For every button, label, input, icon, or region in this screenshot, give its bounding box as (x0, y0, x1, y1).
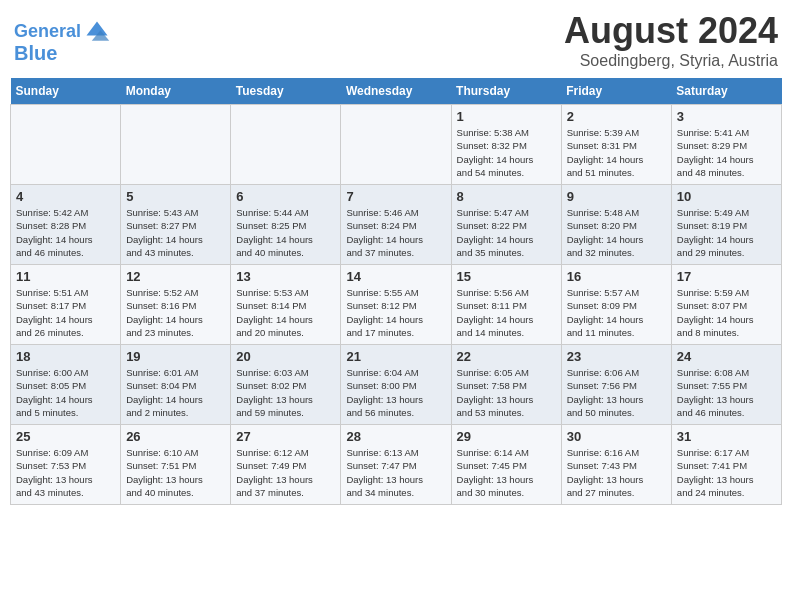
logo-blue-text: Blue (14, 42, 57, 65)
day-number: 24 (677, 349, 776, 364)
weekday-header-sunday: Sunday (11, 78, 121, 105)
day-info: Sunrise: 5:57 AMSunset: 8:09 PMDaylight:… (567, 286, 666, 339)
calendar-day-cell: 2Sunrise: 5:39 AMSunset: 8:31 PMDaylight… (561, 105, 671, 185)
day-number: 29 (457, 429, 556, 444)
calendar-day-cell (11, 105, 121, 185)
calendar-day-cell: 10Sunrise: 5:49 AMSunset: 8:19 PMDayligh… (671, 185, 781, 265)
day-number: 22 (457, 349, 556, 364)
calendar-day-cell: 17Sunrise: 5:59 AMSunset: 8:07 PMDayligh… (671, 265, 781, 345)
day-number: 28 (346, 429, 445, 444)
calendar-day-cell: 7Sunrise: 5:46 AMSunset: 8:24 PMDaylight… (341, 185, 451, 265)
day-info: Sunrise: 5:49 AMSunset: 8:19 PMDaylight:… (677, 206, 776, 259)
day-number: 21 (346, 349, 445, 364)
day-info: Sunrise: 5:44 AMSunset: 8:25 PMDaylight:… (236, 206, 335, 259)
day-number: 11 (16, 269, 115, 284)
day-number: 10 (677, 189, 776, 204)
calendar-day-cell: 6Sunrise: 5:44 AMSunset: 8:25 PMDaylight… (231, 185, 341, 265)
day-info: Sunrise: 5:38 AMSunset: 8:32 PMDaylight:… (457, 126, 556, 179)
day-number: 5 (126, 189, 225, 204)
calendar-table: SundayMondayTuesdayWednesdayThursdayFrid… (10, 78, 782, 505)
calendar-day-cell: 1Sunrise: 5:38 AMSunset: 8:32 PMDaylight… (451, 105, 561, 185)
calendar-day-cell: 8Sunrise: 5:47 AMSunset: 8:22 PMDaylight… (451, 185, 561, 265)
day-number: 13 (236, 269, 335, 284)
calendar-day-cell: 4Sunrise: 5:42 AMSunset: 8:28 PMDaylight… (11, 185, 121, 265)
day-number: 25 (16, 429, 115, 444)
weekday-header-row: SundayMondayTuesdayWednesdayThursdayFrid… (11, 78, 782, 105)
calendar-day-cell: 5Sunrise: 5:43 AMSunset: 8:27 PMDaylight… (121, 185, 231, 265)
calendar-day-cell: 12Sunrise: 5:52 AMSunset: 8:16 PMDayligh… (121, 265, 231, 345)
calendar-day-cell: 18Sunrise: 6:00 AMSunset: 8:05 PMDayligh… (11, 345, 121, 425)
calendar-day-cell: 19Sunrise: 6:01 AMSunset: 8:04 PMDayligh… (121, 345, 231, 425)
day-info: Sunrise: 5:53 AMSunset: 8:14 PMDaylight:… (236, 286, 335, 339)
day-info: Sunrise: 5:43 AMSunset: 8:27 PMDaylight:… (126, 206, 225, 259)
day-number: 8 (457, 189, 556, 204)
calendar-week-row: 11Sunrise: 5:51 AMSunset: 8:17 PMDayligh… (11, 265, 782, 345)
day-number: 31 (677, 429, 776, 444)
calendar-day-cell: 23Sunrise: 6:06 AMSunset: 7:56 PMDayligh… (561, 345, 671, 425)
logo-text: General (14, 22, 81, 42)
calendar-day-cell: 16Sunrise: 5:57 AMSunset: 8:09 PMDayligh… (561, 265, 671, 345)
day-info: Sunrise: 6:09 AMSunset: 7:53 PMDaylight:… (16, 446, 115, 499)
calendar-day-cell (231, 105, 341, 185)
calendar-day-cell: 20Sunrise: 6:03 AMSunset: 8:02 PMDayligh… (231, 345, 341, 425)
weekday-header-saturday: Saturday (671, 78, 781, 105)
day-info: Sunrise: 6:01 AMSunset: 8:04 PMDaylight:… (126, 366, 225, 419)
calendar-day-cell: 11Sunrise: 5:51 AMSunset: 8:17 PMDayligh… (11, 265, 121, 345)
calendar-week-row: 18Sunrise: 6:00 AMSunset: 8:05 PMDayligh… (11, 345, 782, 425)
calendar-day-cell: 22Sunrise: 6:05 AMSunset: 7:58 PMDayligh… (451, 345, 561, 425)
day-number: 12 (126, 269, 225, 284)
page-header: General Blue August 2024 Soedingberg, St… (10, 10, 782, 70)
calendar-week-row: 25Sunrise: 6:09 AMSunset: 7:53 PMDayligh… (11, 425, 782, 505)
calendar-day-cell (121, 105, 231, 185)
calendar-day-cell: 21Sunrise: 6:04 AMSunset: 8:00 PMDayligh… (341, 345, 451, 425)
weekday-header-tuesday: Tuesday (231, 78, 341, 105)
calendar-day-cell: 29Sunrise: 6:14 AMSunset: 7:45 PMDayligh… (451, 425, 561, 505)
day-info: Sunrise: 5:41 AMSunset: 8:29 PMDaylight:… (677, 126, 776, 179)
day-info: Sunrise: 5:47 AMSunset: 8:22 PMDaylight:… (457, 206, 556, 259)
calendar-week-row: 1Sunrise: 5:38 AMSunset: 8:32 PMDaylight… (11, 105, 782, 185)
calendar-week-row: 4Sunrise: 5:42 AMSunset: 8:28 PMDaylight… (11, 185, 782, 265)
calendar-day-cell: 3Sunrise: 5:41 AMSunset: 8:29 PMDaylight… (671, 105, 781, 185)
calendar-day-cell: 26Sunrise: 6:10 AMSunset: 7:51 PMDayligh… (121, 425, 231, 505)
day-number: 3 (677, 109, 776, 124)
day-info: Sunrise: 6:00 AMSunset: 8:05 PMDaylight:… (16, 366, 115, 419)
day-info: Sunrise: 6:12 AMSunset: 7:49 PMDaylight:… (236, 446, 335, 499)
day-number: 14 (346, 269, 445, 284)
calendar-day-cell: 27Sunrise: 6:12 AMSunset: 7:49 PMDayligh… (231, 425, 341, 505)
calendar-day-cell: 24Sunrise: 6:08 AMSunset: 7:55 PMDayligh… (671, 345, 781, 425)
day-info: Sunrise: 6:05 AMSunset: 7:58 PMDaylight:… (457, 366, 556, 419)
calendar-day-cell (341, 105, 451, 185)
day-info: Sunrise: 6:13 AMSunset: 7:47 PMDaylight:… (346, 446, 445, 499)
calendar-day-cell: 15Sunrise: 5:56 AMSunset: 8:11 PMDayligh… (451, 265, 561, 345)
day-info: Sunrise: 6:10 AMSunset: 7:51 PMDaylight:… (126, 446, 225, 499)
calendar-day-cell: 28Sunrise: 6:13 AMSunset: 7:47 PMDayligh… (341, 425, 451, 505)
weekday-header-monday: Monday (121, 78, 231, 105)
day-number: 27 (236, 429, 335, 444)
day-number: 15 (457, 269, 556, 284)
day-info: Sunrise: 6:04 AMSunset: 8:00 PMDaylight:… (346, 366, 445, 419)
title-block: August 2024 Soedingberg, Styria, Austria (564, 10, 778, 70)
calendar-day-cell: 31Sunrise: 6:17 AMSunset: 7:41 PMDayligh… (671, 425, 781, 505)
day-number: 16 (567, 269, 666, 284)
day-number: 7 (346, 189, 445, 204)
day-info: Sunrise: 5:42 AMSunset: 8:28 PMDaylight:… (16, 206, 115, 259)
day-info: Sunrise: 6:17 AMSunset: 7:41 PMDaylight:… (677, 446, 776, 499)
calendar-day-cell: 25Sunrise: 6:09 AMSunset: 7:53 PMDayligh… (11, 425, 121, 505)
day-number: 18 (16, 349, 115, 364)
day-number: 1 (457, 109, 556, 124)
day-info: Sunrise: 5:55 AMSunset: 8:12 PMDaylight:… (346, 286, 445, 339)
day-number: 9 (567, 189, 666, 204)
day-info: Sunrise: 5:46 AMSunset: 8:24 PMDaylight:… (346, 206, 445, 259)
day-number: 19 (126, 349, 225, 364)
day-info: Sunrise: 5:51 AMSunset: 8:17 PMDaylight:… (16, 286, 115, 339)
day-info: Sunrise: 5:56 AMSunset: 8:11 PMDaylight:… (457, 286, 556, 339)
calendar-day-cell: 13Sunrise: 5:53 AMSunset: 8:14 PMDayligh… (231, 265, 341, 345)
calendar-day-cell: 9Sunrise: 5:48 AMSunset: 8:20 PMDaylight… (561, 185, 671, 265)
day-number: 2 (567, 109, 666, 124)
logo-icon (83, 18, 111, 46)
day-info: Sunrise: 5:59 AMSunset: 8:07 PMDaylight:… (677, 286, 776, 339)
day-number: 30 (567, 429, 666, 444)
svg-marker-0 (87, 22, 108, 36)
day-info: Sunrise: 5:52 AMSunset: 8:16 PMDaylight:… (126, 286, 225, 339)
weekday-header-friday: Friday (561, 78, 671, 105)
